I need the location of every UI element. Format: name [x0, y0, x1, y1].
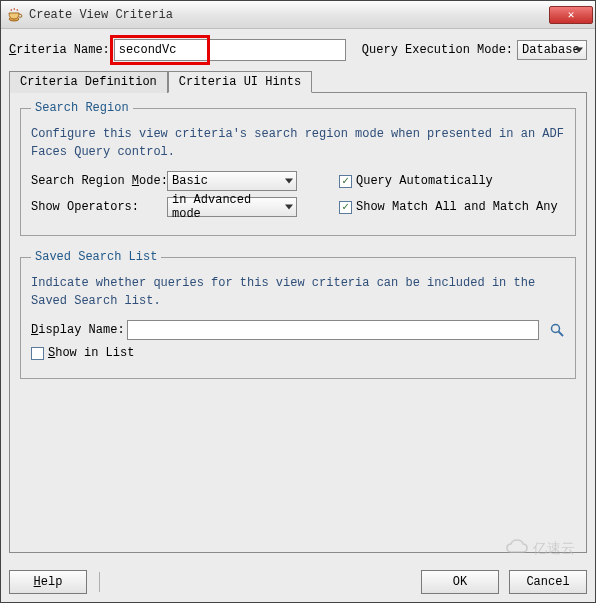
separator — [99, 572, 100, 592]
display-name-input[interactable] — [127, 320, 539, 340]
ok-button[interactable]: OK — [421, 570, 499, 594]
exec-mode-value: Database — [522, 43, 580, 57]
show-in-list-row: Show in List — [31, 346, 565, 360]
close-button[interactable]: ✕ — [549, 6, 593, 24]
display-name-label: Display Name: — [31, 323, 121, 337]
show-match-label: Show Match All and Match Any — [356, 200, 558, 214]
search-mode-select[interactable]: Basic — [167, 171, 297, 191]
checkbox-icon — [339, 175, 352, 188]
chevron-down-icon — [285, 179, 293, 184]
query-auto-checkbox[interactable]: Query Automatically — [339, 174, 493, 188]
saved-search-group: Saved Search List Indicate whether queri… — [20, 250, 576, 379]
exec-mode-label: Query Execution Mode: — [362, 43, 513, 57]
dialog-footer: Help OK Cancel — [9, 570, 587, 594]
tab-bar: Criteria Definition Criteria UI Hints — [9, 71, 587, 93]
search-region-desc: Configure this view criteria's search re… — [31, 125, 565, 161]
search-mode-label: Search Region Mode: — [31, 174, 161, 188]
show-match-checkbox[interactable]: Show Match All and Match Any — [339, 200, 558, 214]
saved-search-desc: Indicate whether queries for this view c… — [31, 274, 565, 310]
cancel-button[interactable]: Cancel — [509, 570, 587, 594]
saved-search-legend: Saved Search List — [31, 250, 161, 264]
app-icon — [7, 7, 23, 23]
search-region-legend: Search Region — [31, 101, 133, 115]
checkbox-icon — [339, 201, 352, 214]
search-mode-value: Basic — [172, 174, 208, 188]
help-button[interactable]: Help — [9, 570, 87, 594]
show-ops-value: in Advanced mode — [172, 193, 278, 221]
tab-panel-ui-hints: Search Region Configure this view criter… — [9, 93, 587, 553]
browse-button[interactable] — [549, 322, 565, 338]
criteria-name-label: Criteria Name: — [9, 43, 110, 57]
tab-criteria-ui-hints[interactable]: Criteria UI Hints — [168, 71, 312, 93]
search-region-group: Search Region Configure this view criter… — [20, 101, 576, 236]
criteria-name-input[interactable] — [114, 39, 346, 61]
titlebar: Create View Criteria ✕ — [1, 1, 595, 29]
chevron-down-icon — [575, 48, 583, 53]
dialog-content: Criteria Name: Query Execution Mode: Dat… — [1, 29, 595, 602]
show-ops-label: Show Operators: — [31, 200, 161, 214]
show-ops-row: Show Operators: in Advanced mode Show Ma… — [31, 197, 565, 217]
magnifier-icon — [549, 322, 565, 338]
criteria-name-wrap — [114, 39, 346, 61]
show-in-list-label: Show in List — [48, 346, 134, 360]
chevron-down-icon — [285, 205, 293, 210]
search-mode-row: Search Region Mode: Basic Query Automati… — [31, 171, 565, 191]
show-in-list-checkbox[interactable]: Show in List — [31, 346, 134, 360]
tab-criteria-definition[interactable]: Criteria Definition — [9, 71, 168, 93]
exec-mode-select[interactable]: Database — [517, 40, 587, 60]
svg-point-1 — [552, 325, 560, 333]
show-ops-select[interactable]: in Advanced mode — [167, 197, 297, 217]
top-row: Criteria Name: Query Execution Mode: Dat… — [9, 39, 587, 61]
window-title: Create View Criteria — [29, 8, 549, 22]
checkbox-icon — [31, 347, 44, 360]
display-name-row: Display Name: — [31, 320, 565, 340]
query-auto-label: Query Automatically — [356, 174, 493, 188]
close-icon: ✕ — [568, 8, 575, 21]
svg-line-2 — [559, 332, 564, 337]
dialog-window: Create View Criteria ✕ Criteria Name: Qu… — [0, 0, 596, 603]
